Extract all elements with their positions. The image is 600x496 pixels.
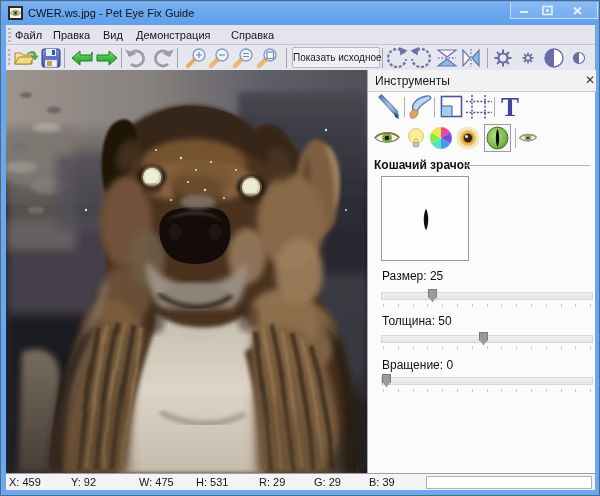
svg-text:T: T — [501, 92, 519, 122]
